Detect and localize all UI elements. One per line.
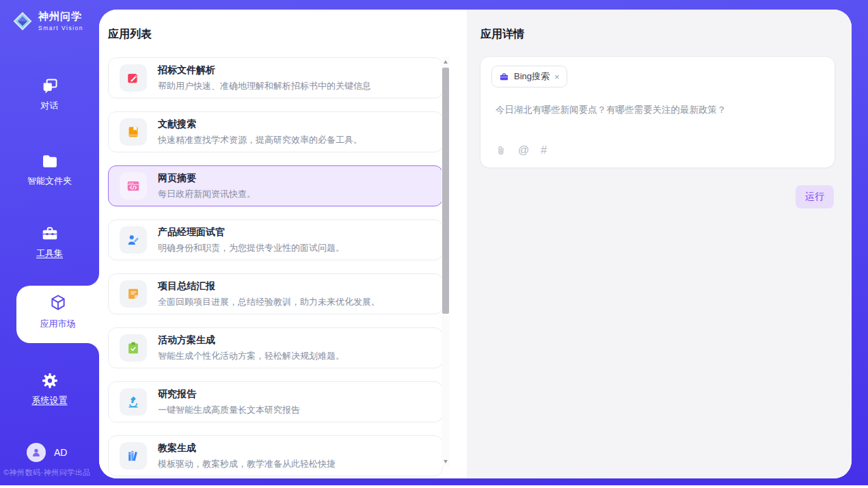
app-detail-pane: 应用详情 Bing搜索 × 今日湖北有哪些新闻要点？有哪些需要关注的最新政策？ <box>467 10 852 478</box>
tool-tag-bing-search[interactable]: Bing搜索 × <box>491 66 567 87</box>
app-list-item-literature-search[interactable]: 文献搜索 快速精准查找学术资源，提高研究效率的必备工具。 <box>108 111 443 152</box>
app-list-item-project-summary[interactable]: 项目总结汇报 全面回顾项目进展，总结经验教训，助力未来优化发展。 <box>108 273 443 314</box>
app-icon-box <box>120 118 147 146</box>
app-window: 神州问学 Smart Vision 对话 智能文件夹 <box>0 0 868 488</box>
app-item-desc: 一键智能生成高质量长文本研究报告 <box>158 404 300 416</box>
app-item-title: 活动方案生成 <box>158 334 344 347</box>
scrollbar-down-arrow-icon[interactable] <box>444 460 448 463</box>
brand-name: 神州问学 <box>38 10 83 23</box>
prompt-card: Bing搜索 × 今日湖北有哪些新闻要点？有哪些需要关注的最新政策？ @ # <box>480 56 835 168</box>
app-item-title: 网页摘要 <box>158 172 256 185</box>
brand-diamond-icon <box>12 11 33 31</box>
app-list-item-research-report[interactable]: 研究报告 一键智能生成高质量长文本研究报告 <box>108 381 443 422</box>
app-detail-title: 应用详情 <box>480 27 524 42</box>
brand-text: 神州问学 Smart Vision <box>38 10 83 31</box>
mention-icon[interactable]: @ <box>518 145 529 156</box>
toolbox-icon <box>40 224 59 243</box>
bid-parse-icon <box>126 70 141 85</box>
sidebar-item-label: 工具集 <box>0 247 99 260</box>
app-item-text: 活动方案生成 智能生成个性化活动方案，轻松解决规划难题。 <box>158 334 344 362</box>
avatar <box>27 443 46 462</box>
app-list-item-web-summary[interactable]: 网页摘要 每日政府新闻资讯快查。 <box>108 165 443 206</box>
app-icon-box <box>120 172 147 200</box>
app-item-title: 招标文件解析 <box>158 64 371 77</box>
app-icon-box <box>120 226 147 254</box>
app-item-title: 项目总结汇报 <box>158 280 380 293</box>
person-icon <box>30 446 42 459</box>
app-item-text: 产品经理面试官 明确身份和职责，为您提供专业性的面试问题。 <box>158 226 344 254</box>
app-item-desc: 快速精准查找学术资源，提高研究效率的必备工具。 <box>158 134 362 146</box>
sidebar-item-label: 系统设置 <box>0 394 99 407</box>
app-item-desc: 智能生成个性化活动方案，轻松解决规划难题。 <box>158 350 344 362</box>
briefcase-icon <box>499 72 509 82</box>
app-item-text: 网页摘要 每日政府新闻资讯快查。 <box>158 172 256 200</box>
list-scrollbar[interactable] <box>442 57 450 467</box>
app-icon-box <box>120 280 147 308</box>
app-item-desc: 帮助用户快速、准确地理解和解析招标书中的关键信息 <box>158 80 371 92</box>
app-list-pane: 应用列表 招标文件解析 帮助用户快速、准确地理解和解析招标书中的关键信息 <box>99 10 467 478</box>
app-list-item-pm-interviewer[interactable]: 产品经理面试官 明确身份和职责，为您提供专业性的面试问题。 <box>108 219 443 260</box>
app-item-text: 招标文件解析 帮助用户快速、准确地理解和解析招标书中的关键信息 <box>158 64 371 92</box>
close-icon[interactable]: × <box>554 72 560 81</box>
app-item-text: 项目总结汇报 全面回顾项目进展，总结经验教训，助力未来优化发展。 <box>158 280 380 308</box>
app-item-title: 教案生成 <box>158 442 336 455</box>
literature-book-icon <box>126 124 141 139</box>
sidebar-item-label: 智能文件夹 <box>0 175 99 187</box>
sidebar: 神州问学 Smart Vision 对话 智能文件夹 <box>0 0 99 485</box>
app-list-item-bid-parse[interactable]: 招标文件解析 帮助用户快速、准确地理解和解析招标书中的关键信息 <box>108 57 443 98</box>
pm-interviewer-icon <box>126 232 141 247</box>
chat-icon <box>40 77 59 96</box>
user-initials: AD <box>54 447 67 458</box>
main-panel: 应用列表 招标文件解析 帮助用户快速、准确地理解和解析招标书中的关键信息 <box>99 10 852 478</box>
app-list-item-activity-plan[interactable]: 活动方案生成 智能生成个性化活动方案，轻松解决规划难题。 <box>108 327 443 368</box>
lesson-books-icon <box>126 448 141 463</box>
sidebar-item-app-market[interactable]: 应用市场 <box>16 286 99 343</box>
app-item-desc: 全面回顾项目进展，总结经验教训，助力未来优化发展。 <box>158 296 380 308</box>
sidebar-item-label: 对话 <box>0 100 99 112</box>
app-item-desc: 模板驱动，教案秒成，教学准备从此轻松快捷 <box>158 458 336 470</box>
app-item-desc: 明确身份和职责，为您提供专业性的面试问题。 <box>158 242 344 254</box>
app-icon-box <box>120 442 147 470</box>
activity-clipboard-icon <box>126 340 141 355</box>
app-item-text: 教案生成 模板驱动，教案秒成，教学准备从此轻松快捷 <box>158 442 336 470</box>
prompt-input[interactable]: 今日湖北有哪些新闻要点？有哪些需要关注的最新政策？ <box>496 103 817 117</box>
web-summary-icon <box>126 178 141 193</box>
app-icon-box <box>120 388 147 416</box>
brand-subtitle: Smart Vision <box>38 25 83 31</box>
app-list-title: 应用列表 <box>108 27 152 42</box>
app-item-title: 研究报告 <box>158 388 300 401</box>
brand-logo: 神州问学 Smart Vision <box>12 10 83 31</box>
sidebar-item-chat[interactable]: 对话 <box>0 77 99 112</box>
scrollbar-thumb[interactable] <box>442 68 449 314</box>
folder-icon <box>40 152 59 171</box>
app-item-desc: 每日政府新闻资讯快查。 <box>158 188 256 200</box>
app-list-item-lesson-plan[interactable]: 教案生成 模板驱动，教案秒成，教学准备从此轻松快捷 <box>108 435 443 476</box>
hash-icon[interactable]: # <box>541 145 547 156</box>
app-item-text: 研究报告 一键智能生成高质量长文本研究报告 <box>158 388 300 416</box>
user-account[interactable]: AD <box>27 443 67 462</box>
paperclip-icon[interactable] <box>496 144 506 157</box>
copyright-text: ©神州数码·神州问学出品 <box>3 467 91 478</box>
prompt-toolbar: @ # <box>496 144 547 157</box>
app-item-title: 产品经理面试官 <box>158 226 344 239</box>
gear-icon <box>40 371 59 390</box>
app-list: 招标文件解析 帮助用户快速、准确地理解和解析招标书中的关键信息 文献搜索 <box>108 57 443 478</box>
run-button[interactable]: 运行 <box>796 185 834 208</box>
app-icon-box <box>120 64 147 92</box>
sidebar-item-settings[interactable]: 系统设置 <box>0 371 99 407</box>
app-icon-box <box>120 334 147 362</box>
app-item-text: 文献搜索 快速精准查找学术资源，提高研究效率的必备工具。 <box>158 118 362 146</box>
sidebar-item-label: 应用市场 <box>16 318 99 330</box>
tool-tag-label: Bing搜索 <box>514 70 550 83</box>
sidebar-item-smart-folder[interactable]: 智能文件夹 <box>0 152 99 187</box>
project-note-icon <box>126 286 141 301</box>
sidebar-item-toolset[interactable]: 工具集 <box>0 224 99 260</box>
app-item-title: 文献搜索 <box>158 118 362 131</box>
scrollbar-up-arrow-icon[interactable] <box>444 60 448 64</box>
cube-icon <box>49 293 68 312</box>
research-report-icon <box>126 394 141 409</box>
